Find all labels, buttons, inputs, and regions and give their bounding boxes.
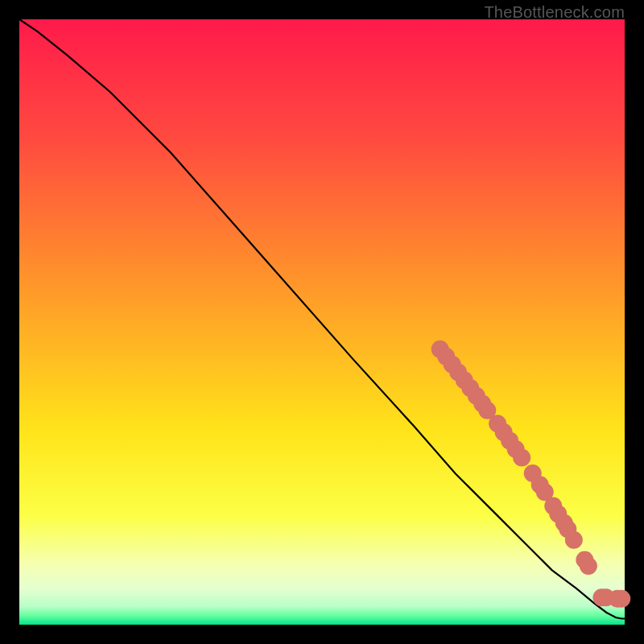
scatter-point xyxy=(513,448,530,466)
scatter-group xyxy=(431,341,631,608)
chart-container: TheBottleneck.com xyxy=(0,0,644,644)
scatter-point xyxy=(613,590,630,608)
curve-line xyxy=(19,19,625,618)
scatter-point xyxy=(565,531,583,549)
scatter-point xyxy=(580,557,597,575)
chart-overlay-svg xyxy=(19,19,625,625)
